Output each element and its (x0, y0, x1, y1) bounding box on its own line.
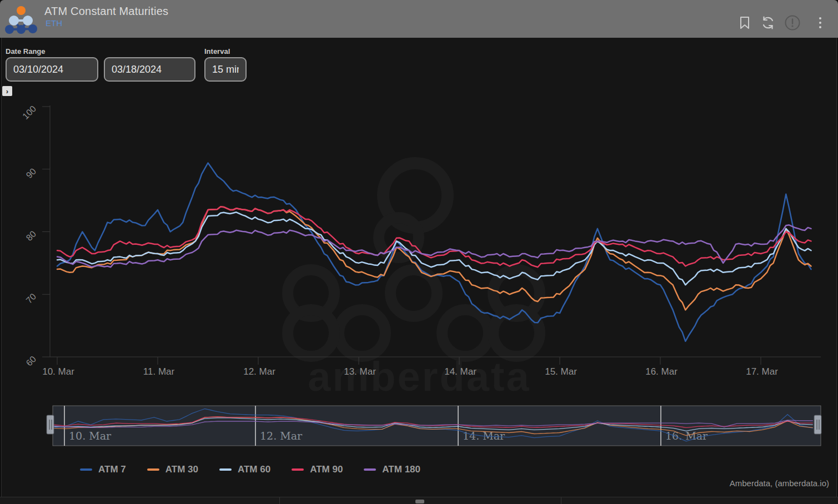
panel-expander-button[interactable]: › (2, 86, 12, 96)
refresh-icon[interactable] (760, 14, 776, 31)
navigator[interactable]: 10. Mar12. Mar14. Mar16. Mar (47, 406, 821, 446)
x-axis-tick-label: 14. Mar (444, 366, 476, 377)
watermark-text: amberdata (308, 354, 530, 400)
bookmark-icon[interactable] (736, 14, 753, 31)
date-from-input[interactable] (6, 57, 98, 82)
y-axis-tick-label: 100 (21, 104, 38, 121)
legend-marker (364, 468, 376, 471)
series-lines (57, 163, 811, 341)
navigator-tick-label: 10. Mar (69, 430, 112, 442)
x-axis-tick-label: 11. Mar (143, 366, 175, 377)
navigator-left-handle[interactable] (47, 415, 54, 434)
x-axis-tick-label: 12. Mar (243, 366, 275, 377)
page-title: ATM Constant Maturities (44, 5, 168, 18)
y-axis-tick-label: 60 (24, 354, 38, 368)
series-line-atm-7 (57, 163, 811, 341)
asset-label: ETH (46, 18, 62, 28)
y-axis-tick-label: 90 (24, 167, 38, 180)
legend-label: ATM 90 (310, 464, 343, 475)
date-to-input[interactable] (104, 57, 195, 82)
legend-item-atm-180[interactable]: ATM 180 (364, 464, 420, 475)
widget-header: ATM Constant Maturities ETH (0, 0, 838, 38)
navigator-right-handle[interactable] (814, 415, 821, 434)
legend-label: ATM 180 (382, 464, 420, 475)
legend-item-atm-30[interactable]: ATM 30 (147, 464, 198, 475)
date-range-label: Date Range (6, 47, 46, 56)
legend-label: ATM 60 (238, 464, 270, 475)
legend-marker (292, 468, 304, 471)
x-axis-tick-label: 13. Mar (344, 366, 376, 377)
chart-legend: ATM 7ATM 30ATM 60ATM 90ATM 180 (80, 464, 420, 475)
navigator-tick-label: 12. Mar (260, 430, 303, 442)
legend-item-atm-7[interactable]: ATM 7 (80, 464, 126, 475)
interval-input[interactable] (204, 57, 247, 82)
legend-marker (219, 468, 232, 471)
x-axis-tick-label: 15. Mar (545, 366, 577, 377)
attribution-text: Amberdata, (amberdata.io) (730, 478, 829, 488)
legend-marker (80, 468, 92, 471)
watermark: amberdata (288, 163, 540, 400)
legend-item-atm-60[interactable]: ATM 60 (219, 464, 270, 475)
interval-label: Interval (204, 47, 230, 56)
y-axis-tick-label: 70 (24, 291, 38, 305)
x-axis-tick-label: 16. Mar (645, 366, 678, 377)
y-axis-tick-label: 80 (24, 229, 38, 243)
resize-handle[interactable] (415, 500, 424, 503)
legend-label: ATM 7 (98, 464, 126, 475)
legend-item-atm-90[interactable]: ATM 90 (292, 464, 343, 475)
amberdata-logo-icon (5, 3, 37, 36)
x-axis-tick-label: 17. Mar (746, 366, 778, 377)
x-axis-tick-label: 10. Mar (42, 366, 74, 377)
legend-label: ATM 30 (165, 464, 198, 475)
kebab-menu-icon[interactable] (812, 14, 829, 31)
legend-marker (147, 468, 159, 471)
alert-icon[interactable] (784, 14, 801, 31)
